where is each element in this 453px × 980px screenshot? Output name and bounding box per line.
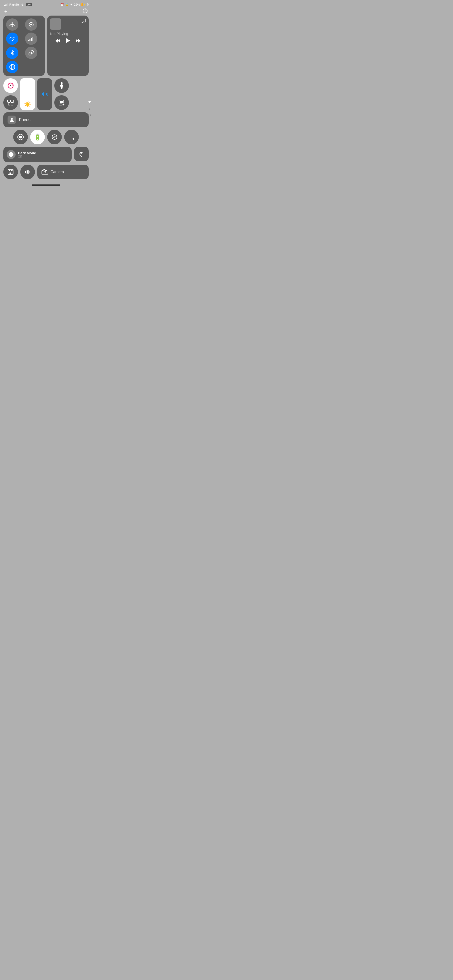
svg-point-32	[11, 118, 13, 120]
voice-memo-button[interactable]	[20, 165, 35, 179]
cellular-signal-icon: ((·))	[88, 113, 91, 116]
svg-point-3	[12, 40, 13, 41]
focus-person-icon	[9, 117, 14, 123]
quick-note-button[interactable]	[54, 95, 69, 110]
airplane-icon	[9, 21, 16, 28]
volume-mute-icon	[41, 91, 48, 97]
calculator-icon	[8, 169, 14, 175]
svg-marker-10	[56, 39, 58, 43]
dark-mode-icon	[8, 152, 14, 157]
lock-icon: 🔒	[65, 3, 69, 6]
media-tile: Not Playing	[47, 16, 89, 76]
screen-record-button[interactable]	[13, 130, 28, 144]
svg-rect-24	[61, 82, 62, 85]
play-button[interactable]	[65, 38, 70, 45]
svg-rect-42	[11, 170, 13, 171]
dark-mode-tile[interactable]: Dark Mode Off	[3, 147, 72, 162]
wifi-status-icon	[21, 3, 24, 6]
top-controls-bar: +	[0, 8, 92, 16]
brightness-slider[interactable]: ☀️	[20, 78, 35, 110]
globe-icon	[9, 64, 15, 70]
bluetooth-button[interactable]	[6, 47, 18, 59]
rewind-button[interactable]	[55, 38, 61, 45]
heart-icon: ♥	[88, 99, 91, 105]
shazam-button[interactable]	[47, 130, 62, 144]
svg-point-43	[9, 172, 10, 173]
media-header	[50, 18, 86, 30]
volume-slider[interactable]	[37, 78, 52, 110]
camera-tile[interactable]: Camera	[37, 165, 89, 179]
svg-point-47	[10, 173, 11, 174]
svg-point-46	[9, 173, 10, 174]
screen-mirror-button[interactable]	[3, 95, 18, 110]
svg-rect-19	[11, 100, 14, 102]
voice-memo-icon	[24, 169, 31, 175]
screen-record-icon	[17, 134, 24, 140]
left-col-row2	[3, 78, 18, 110]
wifi-button[interactable]	[6, 33, 18, 45]
screen-mirror-icon	[7, 100, 14, 105]
link-icon	[28, 50, 34, 56]
media-controls	[50, 38, 86, 45]
cellular-icon	[28, 36, 34, 41]
dark-mode-sub: Off	[18, 155, 36, 158]
connectivity-tile	[3, 16, 45, 76]
cellular-data-button[interactable]	[25, 33, 37, 45]
battery-button[interactable]: 🔋	[30, 130, 45, 144]
svg-point-48	[12, 173, 13, 174]
airplay-button[interactable]	[81, 18, 86, 25]
svg-marker-13	[76, 39, 78, 43]
svg-marker-9	[82, 22, 84, 23]
rotation-lock-button[interactable]	[3, 78, 18, 93]
svg-rect-18	[8, 100, 10, 102]
svg-rect-5	[29, 39, 30, 41]
row5: Camera	[3, 165, 89, 179]
airdrop-small-button[interactable]	[25, 47, 37, 59]
svg-rect-17	[10, 85, 11, 86]
svg-point-44	[10, 172, 11, 173]
controls-grid: Not Playing	[0, 16, 92, 179]
svg-rect-7	[32, 37, 33, 41]
row1: Not Playing	[3, 16, 89, 76]
svg-point-34	[19, 135, 22, 138]
svg-rect-20	[8, 103, 10, 105]
airdrop-icon	[28, 21, 34, 28]
hearing-button[interactable]	[74, 147, 89, 161]
quick-note-icon	[58, 99, 65, 106]
ear-icon	[78, 151, 85, 158]
status-right: ⏰ 🔒 ✦ 22% ⚡	[60, 3, 88, 6]
camera-icon	[41, 169, 48, 175]
airplane-mode-button[interactable]	[6, 18, 18, 31]
svg-point-2	[30, 24, 32, 25]
carrier-label: RighTel	[10, 3, 19, 6]
battery-percent: 22%	[74, 3, 80, 6]
sound-recognition-button[interactable]	[64, 130, 79, 144]
vpn-button[interactable]	[6, 61, 18, 73]
album-art	[50, 18, 61, 30]
side-icons: ♥ ♪ ((·))	[88, 99, 91, 116]
add-button[interactable]: +	[4, 8, 7, 14]
calculator-button[interactable]	[3, 165, 18, 179]
svg-rect-6	[31, 38, 32, 41]
power-button[interactable]	[83, 8, 88, 14]
svg-rect-4	[28, 40, 29, 41]
dark-mode-title: Dark Mode	[18, 151, 36, 155]
fast-forward-button[interactable]	[75, 38, 81, 45]
svg-marker-12	[66, 38, 70, 43]
focus-tile[interactable]: Focus	[3, 112, 89, 127]
svg-rect-41	[9, 170, 10, 171]
svg-point-45	[12, 172, 13, 173]
svg-point-39	[81, 152, 82, 153]
focus-icon-wrap	[8, 116, 16, 124]
airdrop-button[interactable]	[25, 18, 37, 31]
home-bar	[32, 185, 60, 186]
power-icon	[83, 8, 88, 13]
bluetooth-icon: ✦	[70, 3, 73, 6]
flashlight-button[interactable]	[54, 78, 69, 93]
focus-label: Focus	[19, 118, 30, 123]
play-icon	[65, 38, 70, 44]
dark-mode-icon-wrap	[6, 150, 16, 159]
vpn-badge: VPN	[26, 3, 33, 6]
flashlight-icon	[59, 82, 64, 89]
bluetooth-button-icon	[10, 49, 14, 56]
